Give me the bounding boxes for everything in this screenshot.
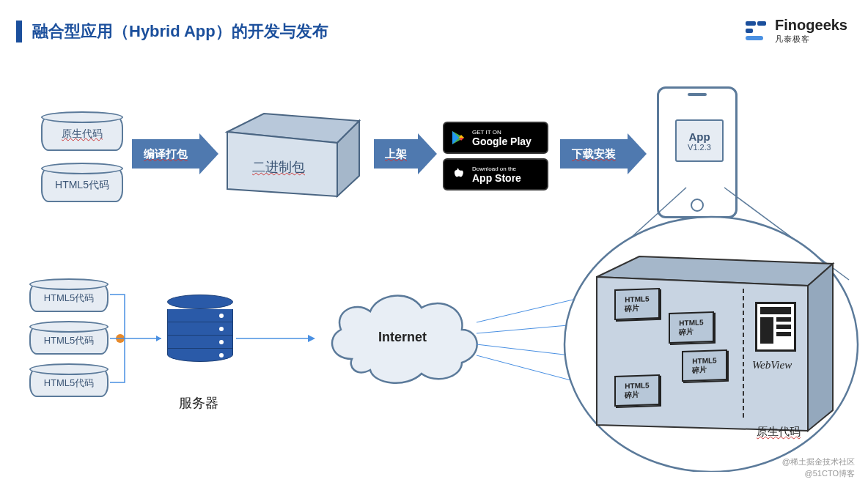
arrow-download: 下载安装 [560, 139, 628, 169]
box-native-container: 原生代码 [591, 248, 839, 448]
brand-name: Finogeeks [775, 18, 847, 32]
fragment-4-label: HTML5碎片 [625, 381, 649, 400]
webview-icon [755, 302, 796, 352]
fragment-3: HTML5碎片 [682, 349, 727, 382]
badge-google-play: GET IT ONGoogle Play [443, 122, 548, 154]
arrow-compile-label: 编译打包 [144, 147, 188, 161]
label-html5-1: HTML5代码 [31, 292, 107, 305]
fragment-3-label: HTML5碎片 [692, 356, 716, 375]
label-native-code: 原生代码 [43, 127, 122, 141]
logo-text-block: Finogeeks 凡泰极客 [775, 18, 847, 45]
svg-marker-11 [156, 336, 161, 341]
cylinder-native-code: 原生代码 [41, 116, 123, 151]
appstore-line2: App Store [472, 172, 521, 184]
label-html5-3: HTML5代码 [31, 377, 107, 390]
diagram-canvas: 融合型应用（Hybrid App）的开发与发布 Finogeeks 凡泰极客 原… [0, 0, 868, 485]
database-server [167, 295, 233, 362]
svg-rect-2 [746, 29, 753, 33]
connector-lines-left [106, 278, 172, 410]
cloud-internet: Internet [315, 278, 491, 399]
apple-icon [450, 166, 466, 182]
appstore-line1: Download on the [472, 166, 521, 172]
app-version: V1.2.3 [688, 143, 711, 152]
title-accent [16, 21, 22, 42]
label-html5-2: HTML5代码 [31, 334, 107, 347]
play-icon [450, 130, 466, 146]
app-tile: App V1.2.3 [675, 119, 724, 162]
svg-marker-13 [308, 335, 315, 342]
label-internet: Internet [378, 330, 427, 345]
fragment-1: HTML5碎片 [614, 288, 660, 320]
svg-marker-23 [808, 264, 833, 431]
label-binary-package: 二进制包 [252, 158, 305, 176]
arrow-publish: 上架 [374, 139, 418, 169]
box-binary-package: 二进制包 [220, 103, 367, 208]
cylinder-html5-3: HTML5代码 [29, 368, 108, 397]
cylinder-html5-2: HTML5代码 [29, 325, 108, 355]
title-text: 融合型应用（Hybrid App）的开发与发布 [32, 21, 328, 42]
watermark-line2: @51CTO博客 [782, 468, 855, 479]
arrow-publish-label: 上架 [385, 147, 407, 161]
label-native-inside: 原生代码 [757, 425, 801, 439]
arrow-to-cloud [236, 331, 317, 346]
watermark: @稀土掘金技术社区 @51CTO博客 [782, 456, 855, 479]
arrow-compile: 编译打包 [132, 139, 199, 169]
badge-app-store: Download on theApp Store [443, 158, 548, 190]
cylinder-html5-1: HTML5代码 [29, 283, 108, 312]
label-html5-code: HTML5代码 [43, 179, 122, 192]
label-server: 服务器 [179, 394, 218, 412]
brand-logo: Finogeeks 凡泰极客 [743, 18, 847, 45]
fragment-2-label: HTML5碎片 [679, 318, 703, 337]
arrow-download-label: 下载安装 [572, 147, 616, 161]
fragment-4: HTML5碎片 [614, 374, 660, 407]
app-name: App [688, 130, 710, 143]
fragment-2: HTML5碎片 [669, 311, 714, 344]
svg-rect-1 [757, 21, 766, 26]
svg-rect-0 [746, 21, 756, 26]
svg-rect-3 [746, 36, 763, 40]
play-line1: GET IT ON [472, 129, 532, 136]
brand-sub: 凡泰极客 [775, 34, 847, 45]
label-webview: WebView [752, 359, 792, 371]
play-line2: Google Play [472, 136, 532, 147]
cylinder-html5-code: HTML5代码 [41, 167, 123, 202]
fragment-1-label: HTML5碎片 [625, 295, 649, 314]
logo-icon [743, 18, 769, 45]
watermark-line1: @稀土掘金技术社区 [782, 456, 855, 467]
slide-title: 融合型应用（Hybrid App）的开发与发布 [16, 21, 328, 42]
